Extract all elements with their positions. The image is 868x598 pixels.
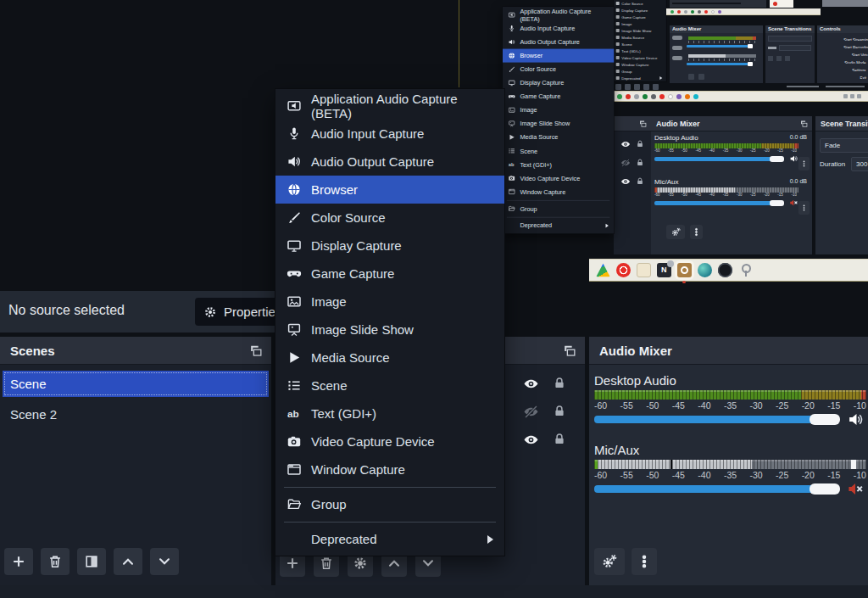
- menu-item[interactable]: Color Source: [275, 204, 504, 232]
- mini-menu-item: Color Source: [503, 63, 614, 76]
- menu-item-icon: [287, 322, 302, 337]
- menu-item[interactable]: Scene: [275, 372, 504, 400]
- remove-scene-button[interactable]: [41, 548, 70, 575]
- tiny-control-button: Start Virtual Camera: [817, 48, 868, 56]
- lock-icon: [636, 176, 644, 186]
- mini-menu-item-label: Text (GDI+): [520, 161, 551, 168]
- tiny-source-menu: Color SourceDisplay CaptureGame CaptureI…: [614, 0, 666, 81]
- speaker-icon: [789, 154, 798, 163]
- advanced-audio-button[interactable]: [594, 548, 625, 575]
- tiny-menu-item: Image: [614, 20, 666, 27]
- menu-item[interactable]: Game Capture: [275, 260, 504, 288]
- menu-item-label: Image Slide Show: [311, 322, 414, 337]
- move-scene-up-button[interactable]: [114, 548, 142, 575]
- menu-item-label: Deprecated: [311, 532, 377, 546]
- mini-channel-options-button: [798, 201, 810, 215]
- menu-item[interactable]: Audio Input Capture: [275, 120, 504, 148]
- menu-item[interactable]: Display Capture: [275, 232, 504, 260]
- mini-menu-item: Image: [503, 103, 614, 117]
- mini-menu-item-icon: [508, 93, 515, 100]
- tiny-control-button: Start Streaming: [817, 33, 868, 41]
- menu-item[interactable]: Application Audio Capture (BETA): [275, 92, 504, 120]
- tiny-menu-item: Window Capture: [614, 61, 666, 68]
- mini-duration-value: 300 ms: [851, 157, 868, 171]
- lock-icon[interactable]: [553, 404, 566, 418]
- mini-menu-item-label: Audio Output Capture: [520, 38, 580, 45]
- menu-item[interactable]: Audio Output Capture: [275, 148, 504, 176]
- mini-menu-item-label: Group: [520, 205, 537, 212]
- menu-item[interactable]: Window Capture: [275, 455, 504, 483]
- channel-name: Mic/Aux: [594, 443, 866, 457]
- eye-icon[interactable]: [523, 376, 539, 392]
- mini-duration-label: Duration: [820, 160, 845, 168]
- menu-item[interactable]: Media Source: [275, 344, 504, 372]
- menu-item[interactable]: Text (GDI+): [275, 400, 504, 428]
- volume-slider[interactable]: [594, 414, 866, 425]
- eye-off-icon: [620, 158, 631, 168]
- mixer-options-button[interactable]: [632, 548, 657, 575]
- mini-menu-item-icon: [508, 120, 515, 127]
- menu-item[interactable]: Image: [275, 288, 504, 316]
- menu-item-label: Color Source: [311, 210, 386, 225]
- menu-item[interactable]: Browser: [275, 176, 504, 204]
- slider-handle[interactable]: [810, 414, 840, 425]
- mini-menu-item: Media Source: [503, 131, 614, 144]
- lock-icon[interactable]: [553, 376, 566, 390]
- eye-off-icon[interactable]: [523, 404, 539, 420]
- mini-channel-name: Mic/Aux: [654, 178, 809, 186]
- popout-icon: [638, 120, 648, 128]
- menu-item[interactable]: Image Slide Show: [275, 316, 504, 344]
- speaker-muted-icon[interactable]: [847, 481, 865, 497]
- mini-menu-item-label: Window Capture: [520, 188, 565, 195]
- eye-icon[interactable]: [523, 432, 539, 448]
- menu-item-icon: [287, 532, 302, 546]
- properties-button[interactable]: Properties: [195, 298, 280, 326]
- volume-slider[interactable]: [594, 483, 866, 495]
- menu-item[interactable]: Video Capture Device: [275, 428, 504, 455]
- status-bar-strip: [0, 585, 868, 598]
- tiny-taskbar: [666, 8, 821, 15]
- gear-icon: [203, 305, 217, 319]
- dark-globe-icon: [718, 263, 732, 277]
- move-scene-down-button[interactable]: [150, 548, 179, 575]
- mini-menu-item-icon: [508, 11, 515, 18]
- mini-menu-item-icon: [508, 205, 515, 212]
- mini-menu-item-icon: [508, 222, 515, 229]
- add-scene-button[interactable]: [4, 548, 33, 575]
- menu-item-icon: [287, 98, 302, 113]
- popout-icon[interactable]: [562, 344, 577, 358]
- scene-list-item[interactable]: Scene 2: [3, 401, 269, 428]
- mini-mixer-title: Audio Mixer: [651, 116, 812, 131]
- mini-menu-item-icon: [508, 38, 515, 45]
- slider-handle[interactable]: [810, 483, 840, 495]
- scenes-title: Scenes: [10, 344, 55, 358]
- mini-menu-item: Audio Output Capture: [503, 36, 614, 49]
- mini-channel-db: 0.0 dB: [790, 134, 807, 140]
- menu-item-label: Game Capture: [311, 266, 394, 281]
- obs-window: Color SourceDisplay CaptureGame CaptureI…: [0, 0, 868, 598]
- scene-list-item[interactable]: Scene: [3, 371, 269, 397]
- tiny-panel-title: Controls: [817, 25, 868, 33]
- tiny-control-button: Exit: [817, 71, 868, 79]
- mini-menu-item: Audio Input Capture: [503, 21, 614, 35]
- lock-icon[interactable]: [553, 432, 566, 446]
- menu-item[interactable]: Group: [275, 490, 504, 518]
- popout-icon[interactable]: [248, 344, 264, 358]
- menu-item[interactable]: Deprecated: [275, 525, 504, 553]
- tiny-menu-item: Video Capture Device: [614, 54, 666, 61]
- mixer-channel: Mic/Aux -60-55-50-45-40-35-30-25-20-15-1…: [594, 443, 866, 506]
- scenes-header: Scenes: [0, 337, 271, 365]
- mini-menu-item-icon: [508, 148, 515, 154]
- menu-item-icon: [287, 406, 302, 421]
- speaker-icon[interactable]: [847, 411, 865, 428]
- gears-icon: [671, 227, 681, 237]
- slider-track: [594, 416, 814, 423]
- nested-screenshot-level2: Color SourceDisplay CaptureGame CaptureI…: [614, 0, 868, 110]
- mini-channel-db: 0.0 dB: [790, 178, 807, 184]
- mini-advanced-audio-button: [666, 225, 685, 239]
- mini-meter-ticks: -60-55-50-45-40-35-30-25-20-15-10: [654, 148, 798, 154]
- mini-menu-item-label: Application Audio Capture (BETA): [520, 8, 608, 22]
- mini-volume-slider: [654, 200, 798, 206]
- scene-filters-button[interactable]: [77, 548, 106, 575]
- mini-menu-item-label: Video Capture Device: [520, 175, 580, 182]
